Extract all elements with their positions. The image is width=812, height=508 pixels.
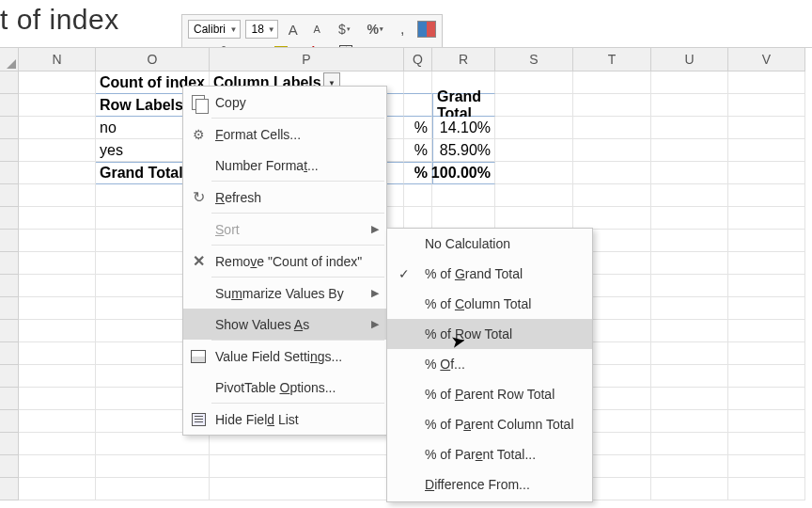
menu-show-values-as[interactable]: Show Values As ▶ — [183, 309, 386, 340]
refresh-icon: ↻ — [189, 188, 208, 206]
menu-label: Remove "Count of index" — [215, 254, 362, 269]
cell[interactable] — [573, 71, 651, 94]
menu-label: Value Field Settings... — [215, 349, 342, 364]
comma-format-button[interactable]: , — [393, 20, 412, 39]
cell[interactable] — [651, 94, 728, 117]
cell[interactable] — [19, 94, 96, 117]
submenu-difference-from[interactable]: Difference From... — [387, 469, 592, 500]
row-header[interactable] — [0, 117, 19, 139]
select-all-corner[interactable] — [0, 48, 19, 71]
submenu-label: Difference From... — [425, 477, 530, 492]
chevron-right-icon: ▶ — [371, 318, 379, 330]
menu-value-field-settings[interactable]: Value Field Settings... — [183, 341, 386, 372]
pivot-grand-total-cell[interactable]: 14.10% — [432, 117, 495, 139]
submenu-pct-parent-col[interactable]: % of Parent Column Total — [387, 409, 592, 439]
col-header-n[interactable]: N — [19, 48, 96, 71]
cell[interactable] — [404, 94, 432, 117]
submenu-pct-column-total[interactable]: % of Column Total — [387, 289, 592, 319]
pivot-grand-total-cell[interactable]: 100.00% — [432, 162, 495, 184]
cell[interactable] — [495, 139, 573, 162]
font-size-combo[interactable]: 18 ▼ — [245, 20, 278, 39]
submenu-label: % of Row Total — [425, 326, 512, 341]
menu-copy[interactable]: Copy — [183, 87, 386, 118]
submenu-label: No Calculation — [425, 236, 510, 251]
cell[interactable] — [728, 162, 805, 184]
chevron-right-icon: ▶ — [371, 287, 379, 299]
menu-label: Format Cells... — [215, 127, 301, 142]
col-header-q[interactable]: Q — [404, 48, 432, 71]
cell[interactable] — [728, 117, 805, 139]
percent-format-button[interactable]: %▾ — [362, 20, 388, 39]
chevron-down-icon: ▼ — [230, 25, 238, 34]
submenu-pct-parent-row[interactable]: % of Parent Row Total — [387, 379, 592, 409]
decrease-font-button[interactable]: A — [307, 20, 326, 39]
row-header[interactable] — [0, 162, 19, 184]
submenu-label: % of Grand Total — [425, 266, 523, 281]
pivot-value-cell[interactable]: % — [404, 139, 432, 162]
menu-label: Hide Field List — [215, 412, 299, 427]
cell[interactable] — [651, 139, 728, 162]
row-header[interactable] — [0, 94, 19, 117]
submenu-pct-of[interactable]: % Of... — [387, 349, 592, 379]
cell[interactable] — [19, 139, 96, 162]
col-header-v[interactable]: V — [728, 48, 805, 71]
pivot-grand-total-cell[interactable]: 85.90% — [432, 139, 495, 162]
cell[interactable] — [573, 139, 651, 162]
value-field-settings-icon — [189, 350, 208, 363]
cell[interactable] — [495, 94, 573, 117]
cell[interactable] — [728, 139, 805, 162]
cell[interactable] — [19, 71, 96, 94]
submenu-pct-row-total[interactable]: % of Row Total — [387, 319, 592, 349]
cell[interactable] — [651, 162, 728, 184]
col-header-u[interactable]: U — [651, 48, 728, 71]
menu-label: Show Values As — [215, 317, 309, 332]
cell[interactable] — [651, 117, 728, 139]
col-header-r[interactable]: R — [432, 48, 495, 71]
menu-refresh[interactable]: ↻ Refresh — [183, 182, 386, 213]
cell[interactable] — [573, 162, 651, 184]
submenu-label: % of Parent Row Total — [425, 387, 554, 402]
grand-total-col-header[interactable]: Grand Total — [432, 94, 495, 117]
increase-font-button[interactable]: A — [283, 20, 302, 39]
font-size-value: 18 — [251, 23, 263, 36]
submenu-label: % of Parent Total... — [425, 447, 536, 462]
conditional-format-button[interactable] — [417, 20, 436, 39]
cell[interactable] — [495, 162, 573, 184]
cell[interactable] — [728, 94, 805, 117]
pivot-value-cell[interactable]: % — [404, 117, 432, 139]
cell[interactable] — [573, 117, 651, 139]
col-header-p[interactable]: P — [210, 48, 404, 71]
menu-number-format[interactable]: Number Format... — [183, 150, 386, 181]
pivot-value-cell[interactable]: % — [404, 162, 432, 184]
menu-pivottable-options[interactable]: PivotTable Options... — [183, 372, 386, 403]
col-header-s[interactable]: S — [495, 48, 573, 71]
col-header-o[interactable]: O — [96, 48, 210, 71]
remove-icon: ✕ — [189, 252, 208, 270]
cell[interactable] — [651, 71, 728, 94]
cell[interactable] — [19, 162, 96, 184]
row-header[interactable] — [0, 139, 19, 162]
submenu-pct-grand-total[interactable]: ✓ % of Grand Total — [387, 259, 592, 289]
cell[interactable] — [495, 71, 573, 94]
menu-hide-field-list[interactable]: Hide Field List — [183, 404, 386, 435]
window-title-fragment: t of index — [0, 4, 119, 36]
cell[interactable] — [19, 117, 96, 139]
menu-label: Copy — [215, 95, 246, 110]
menu-sort[interactable]: Sort ▶ — [183, 214, 386, 245]
menu-format-cells[interactable]: ⚙ Format Cells... — [183, 119, 386, 150]
menu-remove-field[interactable]: ✕ Remove "Count of index" — [183, 246, 386, 277]
accounting-format-button[interactable]: $▾ — [331, 20, 357, 39]
cell[interactable] — [728, 71, 805, 94]
chevron-right-icon: ▶ — [371, 223, 379, 235]
submenu-pct-parent-total[interactable]: % of Parent Total... — [387, 439, 592, 469]
submenu-no-calculation[interactable]: No Calculation — [387, 229, 592, 259]
cell[interactable] — [404, 71, 432, 94]
format-cells-icon: ⚙ — [189, 127, 208, 142]
row-header[interactable] — [0, 71, 19, 94]
font-name-combo[interactable]: Calibri ▼ — [188, 20, 241, 39]
cell[interactable] — [573, 94, 651, 117]
menu-summarize-values-by[interactable]: Summarize Values By ▶ — [183, 278, 386, 309]
cell[interactable] — [495, 117, 573, 139]
submenu-label: % of Column Total — [425, 296, 531, 311]
col-header-t[interactable]: T — [573, 48, 651, 71]
